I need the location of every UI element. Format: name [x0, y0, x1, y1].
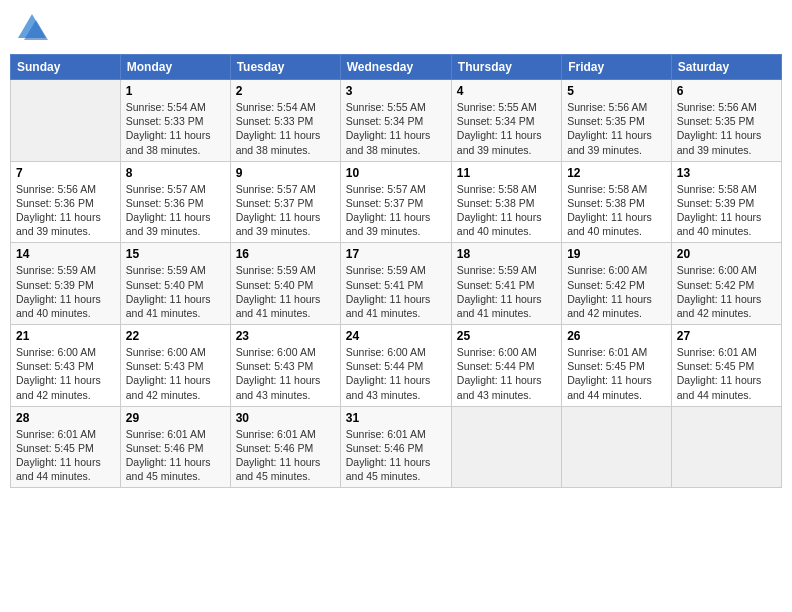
day-info: Sunrise: 6:00 AM Sunset: 5:43 PM Dayligh… [236, 345, 335, 402]
calendar-cell: 17Sunrise: 5:59 AM Sunset: 5:41 PM Dayli… [340, 243, 451, 325]
day-info: Sunrise: 5:58 AM Sunset: 5:39 PM Dayligh… [677, 182, 776, 239]
day-info: Sunrise: 6:01 AM Sunset: 5:45 PM Dayligh… [16, 427, 115, 484]
day-number: 4 [457, 84, 556, 98]
calendar-cell: 3Sunrise: 5:55 AM Sunset: 5:34 PM Daylig… [340, 80, 451, 162]
calendar-cell [562, 406, 672, 488]
day-info: Sunrise: 6:01 AM Sunset: 5:46 PM Dayligh… [346, 427, 446, 484]
calendar-cell: 18Sunrise: 5:59 AM Sunset: 5:41 PM Dayli… [451, 243, 561, 325]
calendar-cell: 30Sunrise: 6:01 AM Sunset: 5:46 PM Dayli… [230, 406, 340, 488]
logo [14, 10, 54, 46]
day-info: Sunrise: 5:59 AM Sunset: 5:40 PM Dayligh… [236, 263, 335, 320]
day-info: Sunrise: 6:00 AM Sunset: 5:42 PM Dayligh… [567, 263, 666, 320]
day-number: 7 [16, 166, 115, 180]
day-info: Sunrise: 6:00 AM Sunset: 5:42 PM Dayligh… [677, 263, 776, 320]
day-number: 21 [16, 329, 115, 343]
calendar-cell: 13Sunrise: 5:58 AM Sunset: 5:39 PM Dayli… [671, 161, 781, 243]
calendar-cell: 1Sunrise: 5:54 AM Sunset: 5:33 PM Daylig… [120, 80, 230, 162]
calendar-table: SundayMondayTuesdayWednesdayThursdayFrid… [10, 54, 782, 488]
calendar-day-header: Friday [562, 55, 672, 80]
calendar-cell: 23Sunrise: 6:00 AM Sunset: 5:43 PM Dayli… [230, 325, 340, 407]
calendar-cell: 12Sunrise: 5:58 AM Sunset: 5:38 PM Dayli… [562, 161, 672, 243]
day-info: Sunrise: 5:58 AM Sunset: 5:38 PM Dayligh… [567, 182, 666, 239]
day-number: 10 [346, 166, 446, 180]
calendar-cell: 11Sunrise: 5:58 AM Sunset: 5:38 PM Dayli… [451, 161, 561, 243]
calendar-cell: 31Sunrise: 6:01 AM Sunset: 5:46 PM Dayli… [340, 406, 451, 488]
calendar-cell: 2Sunrise: 5:54 AM Sunset: 5:33 PM Daylig… [230, 80, 340, 162]
day-info: Sunrise: 5:59 AM Sunset: 5:40 PM Dayligh… [126, 263, 225, 320]
calendar-header-row: SundayMondayTuesdayWednesdayThursdayFrid… [11, 55, 782, 80]
calendar-cell: 29Sunrise: 6:01 AM Sunset: 5:46 PM Dayli… [120, 406, 230, 488]
day-number: 3 [346, 84, 446, 98]
day-number: 25 [457, 329, 556, 343]
day-info: Sunrise: 5:57 AM Sunset: 5:37 PM Dayligh… [236, 182, 335, 239]
day-info: Sunrise: 6:00 AM Sunset: 5:44 PM Dayligh… [457, 345, 556, 402]
day-number: 16 [236, 247, 335, 261]
day-number: 17 [346, 247, 446, 261]
day-info: Sunrise: 5:57 AM Sunset: 5:36 PM Dayligh… [126, 182, 225, 239]
calendar-cell: 24Sunrise: 6:00 AM Sunset: 5:44 PM Dayli… [340, 325, 451, 407]
calendar-cell: 9Sunrise: 5:57 AM Sunset: 5:37 PM Daylig… [230, 161, 340, 243]
calendar-cell: 21Sunrise: 6:00 AM Sunset: 5:43 PM Dayli… [11, 325, 121, 407]
calendar-cell: 6Sunrise: 5:56 AM Sunset: 5:35 PM Daylig… [671, 80, 781, 162]
calendar-cell: 28Sunrise: 6:01 AM Sunset: 5:45 PM Dayli… [11, 406, 121, 488]
day-number: 14 [16, 247, 115, 261]
day-info: Sunrise: 5:59 AM Sunset: 5:41 PM Dayligh… [346, 263, 446, 320]
day-number: 28 [16, 411, 115, 425]
day-info: Sunrise: 5:57 AM Sunset: 5:37 PM Dayligh… [346, 182, 446, 239]
calendar-week-row: 21Sunrise: 6:00 AM Sunset: 5:43 PM Dayli… [11, 325, 782, 407]
day-info: Sunrise: 6:00 AM Sunset: 5:43 PM Dayligh… [16, 345, 115, 402]
calendar-cell: 22Sunrise: 6:00 AM Sunset: 5:43 PM Dayli… [120, 325, 230, 407]
day-number: 6 [677, 84, 776, 98]
calendar-cell: 20Sunrise: 6:00 AM Sunset: 5:42 PM Dayli… [671, 243, 781, 325]
day-number: 5 [567, 84, 666, 98]
calendar-cell: 25Sunrise: 6:00 AM Sunset: 5:44 PM Dayli… [451, 325, 561, 407]
day-info: Sunrise: 6:01 AM Sunset: 5:45 PM Dayligh… [567, 345, 666, 402]
calendar-cell: 8Sunrise: 5:57 AM Sunset: 5:36 PM Daylig… [120, 161, 230, 243]
day-number: 26 [567, 329, 666, 343]
calendar-week-row: 7Sunrise: 5:56 AM Sunset: 5:36 PM Daylig… [11, 161, 782, 243]
day-info: Sunrise: 5:56 AM Sunset: 5:35 PM Dayligh… [567, 100, 666, 157]
calendar-week-row: 28Sunrise: 6:01 AM Sunset: 5:45 PM Dayli… [11, 406, 782, 488]
calendar-cell: 16Sunrise: 5:59 AM Sunset: 5:40 PM Dayli… [230, 243, 340, 325]
calendar-cell [451, 406, 561, 488]
day-info: Sunrise: 5:55 AM Sunset: 5:34 PM Dayligh… [457, 100, 556, 157]
calendar-day-header: Thursday [451, 55, 561, 80]
day-info: Sunrise: 5:54 AM Sunset: 5:33 PM Dayligh… [126, 100, 225, 157]
day-number: 31 [346, 411, 446, 425]
day-number: 2 [236, 84, 335, 98]
day-number: 8 [126, 166, 225, 180]
day-number: 9 [236, 166, 335, 180]
calendar-day-header: Tuesday [230, 55, 340, 80]
day-number: 20 [677, 247, 776, 261]
day-number: 11 [457, 166, 556, 180]
calendar-cell [11, 80, 121, 162]
calendar-cell: 5Sunrise: 5:56 AM Sunset: 5:35 PM Daylig… [562, 80, 672, 162]
calendar-cell: 26Sunrise: 6:01 AM Sunset: 5:45 PM Dayli… [562, 325, 672, 407]
calendar-cell: 15Sunrise: 5:59 AM Sunset: 5:40 PM Dayli… [120, 243, 230, 325]
day-number: 12 [567, 166, 666, 180]
calendar-cell: 19Sunrise: 6:00 AM Sunset: 5:42 PM Dayli… [562, 243, 672, 325]
day-number: 24 [346, 329, 446, 343]
day-info: Sunrise: 5:55 AM Sunset: 5:34 PM Dayligh… [346, 100, 446, 157]
logo-icon [14, 10, 50, 46]
day-number: 22 [126, 329, 225, 343]
day-info: Sunrise: 6:01 AM Sunset: 5:45 PM Dayligh… [677, 345, 776, 402]
day-info: Sunrise: 5:58 AM Sunset: 5:38 PM Dayligh… [457, 182, 556, 239]
page-header [10, 10, 782, 46]
day-number: 13 [677, 166, 776, 180]
calendar-cell: 4Sunrise: 5:55 AM Sunset: 5:34 PM Daylig… [451, 80, 561, 162]
day-info: Sunrise: 5:56 AM Sunset: 5:36 PM Dayligh… [16, 182, 115, 239]
calendar-week-row: 1Sunrise: 5:54 AM Sunset: 5:33 PM Daylig… [11, 80, 782, 162]
calendar-cell: 10Sunrise: 5:57 AM Sunset: 5:37 PM Dayli… [340, 161, 451, 243]
day-info: Sunrise: 6:00 AM Sunset: 5:44 PM Dayligh… [346, 345, 446, 402]
calendar-cell: 27Sunrise: 6:01 AM Sunset: 5:45 PM Dayli… [671, 325, 781, 407]
calendar-week-row: 14Sunrise: 5:59 AM Sunset: 5:39 PM Dayli… [11, 243, 782, 325]
calendar-day-header: Wednesday [340, 55, 451, 80]
day-number: 30 [236, 411, 335, 425]
day-number: 27 [677, 329, 776, 343]
day-info: Sunrise: 6:01 AM Sunset: 5:46 PM Dayligh… [236, 427, 335, 484]
calendar-day-header: Saturday [671, 55, 781, 80]
day-number: 15 [126, 247, 225, 261]
calendar-cell: 7Sunrise: 5:56 AM Sunset: 5:36 PM Daylig… [11, 161, 121, 243]
day-number: 29 [126, 411, 225, 425]
